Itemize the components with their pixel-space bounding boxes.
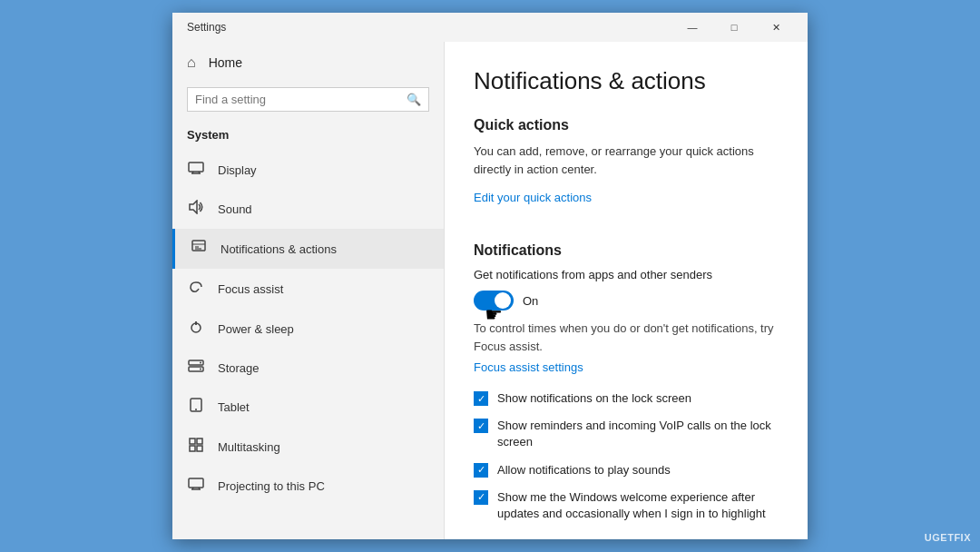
svg-rect-19 [190,446,195,451]
svg-point-16 [195,409,197,410]
checkbox-2[interactable]: ✓ [474,419,488,433]
checkbox-label-4: Show me the Windows welcome experience a… [497,489,779,522]
multitasking-label: Multitasking [218,440,280,454]
svg-rect-21 [189,478,203,488]
sound-label: Sound [218,202,252,216]
projecting-label: Projecting to this PC [218,479,325,493]
content-area: ⌂ Home 🔍 System Display [172,42,808,539]
sidebar-item-power[interactable]: Power & sleep [172,309,444,349]
projecting-icon [187,478,205,494]
settings-window: Settings — □ ✕ ⌂ Home 🔍 System [172,13,808,539]
multitasking-icon [187,438,205,456]
checkbox-label-3: Allow notifications to play sounds [497,462,671,478]
quick-actions-description: You can add, remove, or rearrange your q… [474,143,779,178]
toggle-label: On [523,294,538,308]
minimize-button[interactable]: — [671,13,713,42]
sidebar-item-projecting[interactable]: Projecting to this PC [172,467,444,505]
sidebar-item-focus[interactable]: Focus assist [172,269,444,309]
svg-rect-0 [189,163,203,172]
checkbox-label-2: Show reminders and incoming VoIP calls o… [497,418,779,450]
checkbox-sounds: ✓ Allow notifications to play sounds [474,462,779,478]
window-controls: — □ ✕ [671,13,797,42]
display-icon [187,162,205,178]
sidebar-item-home[interactable]: ⌂ Home [172,42,444,84]
notifications-title: Notifications [474,242,779,259]
toggle-knob [495,292,511,309]
sidebar: ⌂ Home 🔍 System Display [172,42,445,539]
quick-actions-title: Quick actions [474,117,779,133]
home-icon: ⌂ [187,54,196,71]
focus-icon [187,280,205,298]
sender-label: Get notifications from apps and other se… [474,268,779,281]
page-title: Notifications & actions [474,67,779,95]
checkbox-4[interactable]: ✓ [474,490,488,505]
checkmark-2: ✓ [477,420,485,432]
close-button[interactable]: ✕ [755,13,797,42]
search-input[interactable] [195,93,401,106]
watermark: UGETFIX [925,532,971,543]
window-title: Settings [187,21,226,34]
checkmark-3: ✓ [477,464,485,476]
edit-quick-actions-link[interactable]: Edit your quick actions [474,191,592,204]
search-box[interactable]: 🔍 [187,87,429,112]
notifications-icon [190,240,208,258]
focus-label: Focus assist [218,282,283,296]
home-label: Home [209,55,242,70]
power-icon [187,320,205,338]
system-label: System [172,123,444,151]
checkbox-label-1: Show notifications on the lock screen [497,390,691,407]
display-label: Display [218,163,257,177]
sidebar-item-notifications[interactable]: Notifications & actions [172,229,444,269]
search-icon: 🔍 [407,93,421,106]
tablet-label: Tablet [218,400,250,414]
svg-rect-18 [197,439,202,444]
checkbox-lock-screen: ✓ Show notifications on the lock screen [474,390,779,407]
checkbox-voip: ✓ Show reminders and incoming VoIP calls… [474,418,779,450]
checkmark-4: ✓ [477,491,485,503]
checkbox-3[interactable]: ✓ [474,463,488,478]
notifications-section: Notifications Get notifications from app… [474,242,779,522]
sidebar-item-storage[interactable]: Storage [172,349,444,387]
toggle-row: On ☚ [474,291,779,310]
checkbox-1[interactable]: ✓ [474,391,488,406]
main-content: Notifications & actions Quick actions Yo… [445,42,808,539]
focus-assist-link[interactable]: Focus assist settings [474,360,583,374]
sidebar-item-multitasking[interactable]: Multitasking [172,427,444,467]
sidebar-item-display[interactable]: Display [172,151,444,189]
checkbox-welcome: ✓ Show me the Windows welcome experience… [474,489,779,522]
notifications-toggle[interactable] [474,291,514,310]
power-label: Power & sleep [218,322,294,336]
svg-rect-20 [197,446,202,451]
svg-point-14 [200,369,201,370]
sidebar-item-tablet[interactable]: Tablet [172,387,444,427]
tablet-icon [187,398,205,416]
svg-point-13 [200,362,201,364]
sidebar-item-sound[interactable]: Sound [172,189,444,229]
focus-hint: To control times when you do or don't ge… [474,320,779,355]
storage-label: Storage [218,361,260,375]
notifications-label: Notifications & actions [220,242,337,256]
svg-rect-17 [190,439,195,444]
title-bar: Settings — □ ✕ [172,13,808,42]
quick-actions-section: Quick actions You can add, remove, or re… [474,117,779,226]
svg-marker-4 [190,201,197,213]
storage-icon [187,360,205,376]
sound-icon [187,200,205,218]
maximize-button[interactable]: □ [713,13,755,42]
checkmark-1: ✓ [477,393,485,405]
